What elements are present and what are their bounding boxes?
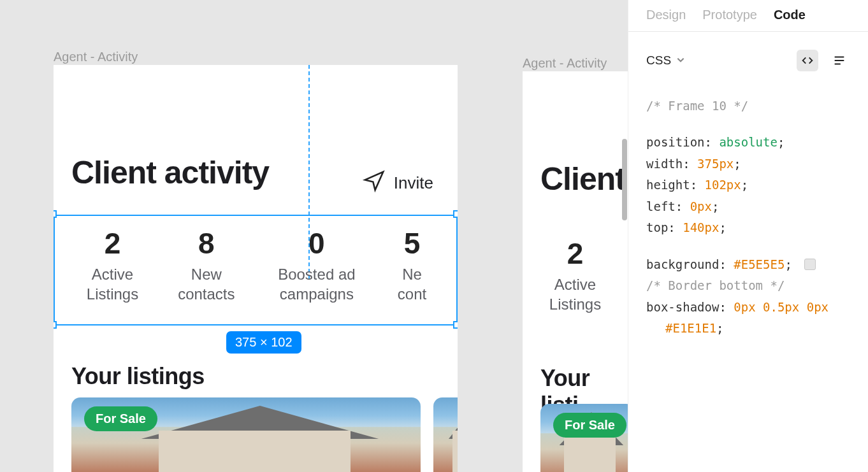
stats-row: 2 ActiveListings: [523, 221, 628, 332]
code-language-select[interactable]: CSS: [646, 54, 685, 68]
frame-label-b[interactable]: Agent - Activity: [523, 56, 607, 71]
code-line: top: 140px;: [646, 218, 850, 237]
code-view-icon[interactable]: [797, 50, 818, 71]
code-comment: /* Frame 10 */: [646, 97, 850, 115]
color-swatch[interactable]: [804, 259, 816, 270]
invite-label: Invite: [394, 173, 433, 193]
listing-card[interactable]: For Sale: [540, 404, 628, 472]
inspector-panel: Design Prototype Code CSS /* Frame 10 */…: [628, 0, 868, 472]
canvas-scrollbar[interactable]: [622, 139, 627, 220]
code-line: position: absolute;: [646, 133, 850, 152]
code-line: #E1E1E1;: [646, 319, 850, 338]
code-line: background: #E5E5E5;: [646, 255, 850, 274]
selection-outline: [54, 215, 458, 325]
code-language-label: CSS: [646, 54, 671, 68]
code-line: left: 0px;: [646, 197, 850, 216]
tab-prototype[interactable]: Prototype: [702, 8, 757, 22]
list-view-icon[interactable]: [828, 50, 850, 71]
selection-dimensions-badge: 375 × 102: [226, 331, 301, 354]
selection-handle-br[interactable]: [453, 321, 458, 329]
page-title: Client: [540, 161, 628, 197]
code-comment: /* Border bottom */: [646, 276, 850, 295]
design-canvas[interactable]: Agent - Activity Agent - Activity Client…: [0, 0, 628, 472]
listings-heading: Your listings: [71, 363, 205, 390]
frame-label-a[interactable]: Agent - Activity: [54, 50, 138, 64]
stat-value: 2: [523, 236, 628, 271]
send-icon: [362, 169, 386, 197]
artboard-agent-activity-b[interactable]: Client 2 ActiveListings Your listi For S…: [523, 71, 628, 472]
listing-card-peek[interactable]: [433, 397, 458, 472]
tab-design[interactable]: Design: [646, 8, 686, 22]
code-line: height: 102px;: [646, 176, 850, 194]
code-pane[interactable]: /* Frame 10 */ position: absolute; width…: [628, 78, 868, 338]
invite-button[interactable]: Invite: [362, 169, 433, 197]
listing-photo: [433, 397, 458, 472]
for-sale-badge: For Sale: [84, 406, 157, 431]
selection-handle-tl[interactable]: [54, 210, 57, 218]
listing-card[interactable]: For Sale: [71, 397, 421, 472]
selection-handle-tr[interactable]: [453, 210, 458, 218]
selection-handle-bl[interactable]: [54, 321, 57, 329]
tab-code[interactable]: Code: [774, 8, 806, 22]
code-line: box-shadow: 0px 0.5px 0px: [646, 298, 850, 317]
artboard-agent-activity-a[interactable]: Client activity Invite 2 ActiveListings …: [54, 65, 458, 472]
stat-label: ActiveListings: [523, 275, 628, 314]
for-sale-badge: For Sale: [553, 413, 626, 438]
chevron-down-icon: [676, 54, 685, 68]
inspector-tabs: Design Prototype Code: [628, 0, 868, 32]
code-line: width: 375px;: [646, 155, 850, 173]
